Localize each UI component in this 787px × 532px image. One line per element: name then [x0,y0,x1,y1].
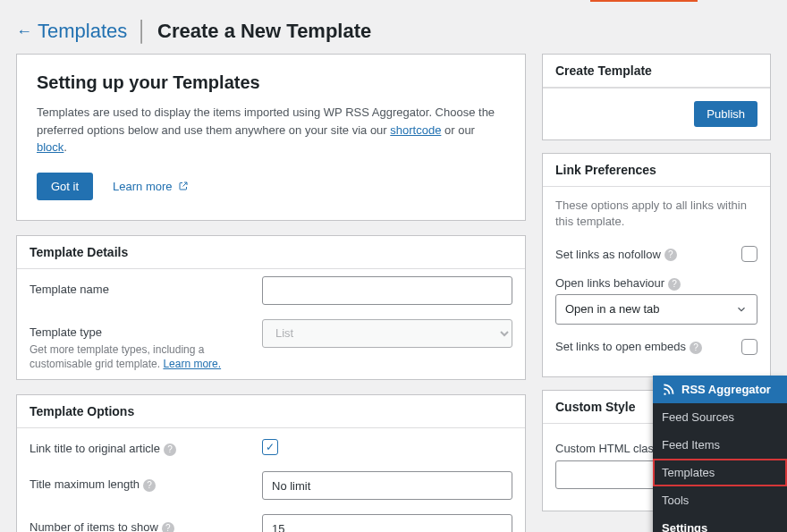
open-links-select[interactable]: Open in a new tab [555,294,757,325]
title-max-label: Title maximum length [30,477,140,491]
breadcrumb: ← Templates │ Create a New Template [0,4,787,54]
embeds-checkbox[interactable] [741,339,757,355]
menu-item-tools[interactable]: Tools [653,486,787,514]
template-type-label: Template type [30,325,244,341]
got-it-button[interactable]: Got it [37,173,93,200]
template-name-label: Template name [30,276,244,298]
num-items-input[interactable] [262,514,512,532]
intro-body: Templates are used to display the items … [37,104,505,156]
template-details-title: Template Details [17,236,525,269]
title-max-input[interactable] [262,471,512,500]
link-preferences-title: Link Preferences [543,154,770,187]
template-details-panel: Template Details Template name Template … [16,235,526,381]
help-icon[interactable]: ? [668,278,681,291]
admin-menu-popup: RSS Aggregator Feed Sources Feed Items T… [653,376,787,532]
menu-item-settings[interactable]: Settings [653,514,787,532]
help-icon[interactable]: ? [164,443,176,456]
template-name-input[interactable] [262,276,512,305]
link-title-label: Link title to original article [30,442,160,455]
embeds-label: Set links to open embeds [555,340,686,353]
nofollow-label: Set links as nofollow [555,248,661,261]
num-items-label: Number of items to show [30,520,158,532]
create-template-title: Create Template [543,55,770,88]
publish-button[interactable]: Publish [694,101,757,127]
menu-item-feed-sources[interactable]: Feed Sources [653,403,787,431]
template-options-title: Template Options [17,395,525,428]
learn-more-link[interactable]: Learn more [113,180,188,193]
template-type-select[interactable]: List [262,319,512,348]
breadcrumb-separator: │ [136,20,148,43]
help-icon[interactable]: ? [690,342,702,354]
breadcrumb-back-link[interactable]: Templates [38,20,127,43]
admin-menu-head[interactable]: RSS Aggregator [653,376,787,403]
intro-panel: Setting up your Templates Templates are … [16,54,526,221]
external-link-icon [178,181,189,191]
link-preferences-panel: Link Preferences These options apply to … [542,153,771,377]
intro-heading: Setting up your Templates [37,72,505,93]
page-title: Create a New Template [157,20,371,43]
rss-icon [662,384,674,396]
custom-class-label: Custom HTML class [555,442,660,455]
back-arrow-icon[interactable]: ← [16,23,32,39]
menu-item-templates[interactable]: Templates [653,459,787,486]
chevron-down-icon [735,303,748,316]
link-title-checkbox[interactable]: ✓ [262,439,278,455]
block-link[interactable]: block [37,140,63,154]
link-preferences-note: These options apply to all links within … [555,198,757,230]
shortcode-link[interactable]: shortcode [390,123,441,137]
help-icon[interactable]: ? [162,522,174,532]
create-template-panel: Create Template Publish [542,54,771,140]
template-type-learn-more-link[interactable]: Learn more. [163,358,221,370]
open-links-label: Open links behaviour [555,276,664,290]
nofollow-checkbox[interactable] [741,246,757,262]
help-icon[interactable]: ? [143,479,156,492]
template-options-panel: Template Options Link title to original … [16,394,526,532]
help-icon[interactable]: ? [664,249,677,261]
template-type-hint: Get more template types, including a cus… [30,342,244,373]
menu-item-feed-items[interactable]: Feed Items [653,431,787,459]
